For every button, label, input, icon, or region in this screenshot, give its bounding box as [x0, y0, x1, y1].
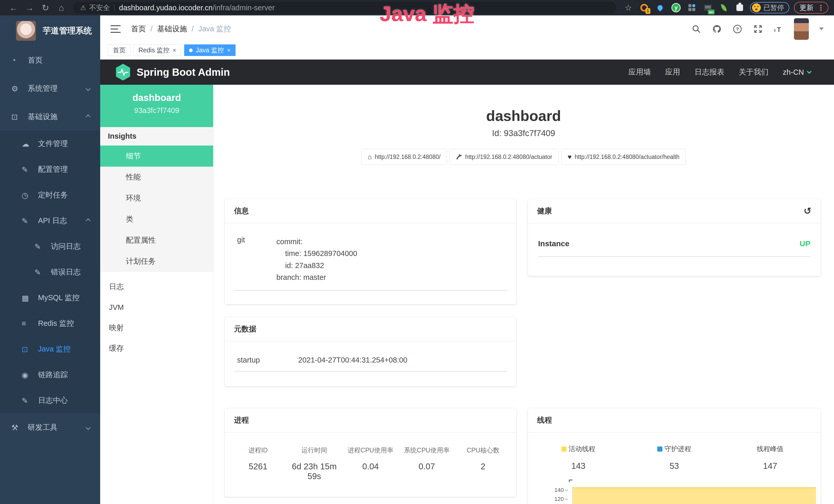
breadcrumb: 首页 / 基础设施 / Java 监控	[131, 24, 231, 34]
security-label[interactable]: 不安全	[89, 3, 110, 12]
sba-locale-select[interactable]: zh-CN	[783, 68, 811, 76]
instance-nav-scheduled-tasks[interactable]: 计划任务	[100, 251, 213, 272]
extension-grid-icon[interactable]	[686, 2, 698, 13]
svg-text:T: T	[777, 25, 781, 33]
instance-nav-metrics[interactable]: 性能	[100, 167, 213, 188]
font-size-icon[interactable]: tT	[773, 24, 784, 34]
update-button[interactable]: 更新 ⋮	[794, 2, 828, 14]
health-url-link[interactable]: ♥ http://192.168.0.2:48080/actuator/heal…	[561, 149, 686, 165]
user-avatar[interactable]	[794, 18, 809, 40]
instance-name: dashboard	[100, 92, 213, 103]
sidebar-item-log-center[interactable]: ✎ 日志中心	[0, 388, 100, 413]
instance-nav-config-props[interactable]: 配置属性	[100, 230, 213, 251]
sba-links: 应用墙 应用 日志报表 关于我们 zh-CN	[629, 67, 811, 77]
sba-link-wallboard[interactable]: 应用墙	[629, 67, 651, 77]
sidebar-item-dev-tools[interactable]: ⚒ 研发工具	[0, 413, 100, 442]
instance-nav-env[interactable]: 环境	[100, 188, 213, 209]
sidebar-item-scheduled-task[interactable]: ◷ 定时任务	[0, 182, 100, 208]
help-icon[interactable]: ?	[732, 24, 743, 34]
extension-y-icon[interactable]: y	[671, 2, 682, 13]
extension-puzzle-icon[interactable]	[734, 2, 745, 13]
sidebar-item-api-log[interactable]: ✎ API 日志	[0, 208, 100, 234]
sba-link-applications[interactable]: 应用	[665, 67, 680, 77]
instance-nav-jvm[interactable]: JVM	[100, 297, 213, 318]
browser-chrome: ← → ↻ ⌂ ⚠ 不安全 dashboard.yudao.iocoder.cn…	[0, 0, 834, 16]
health-history-icon[interactable]: ↺	[804, 206, 811, 216]
sba-navbar: Spring Boot Admin 应用墙 应用 日志报表 关于我们 zh-CN	[100, 60, 834, 85]
health-instance-row[interactable]: Instance UP	[538, 239, 810, 257]
extension-leaf-icon[interactable]	[718, 2, 729, 13]
breadcrumb-home[interactable]: 首页	[131, 24, 146, 34]
sba-link-journal[interactable]: 日志报表	[695, 67, 724, 77]
error-log-icon: ✎	[35, 268, 51, 277]
breadcrumb-infrastructure[interactable]: 基础设施	[157, 24, 187, 34]
extension-orange-icon[interactable]: 1	[639, 2, 650, 13]
browser-menu-icon[interactable]: ⋮	[817, 3, 825, 12]
bookmark-star-icon[interactable]: ☆	[622, 2, 634, 13]
breadcrumb-current: Java 监控	[198, 24, 231, 34]
dev-tools-icon: ⚒	[11, 423, 28, 432]
extension-pin-icon[interactable]	[655, 2, 666, 13]
url-bar[interactable]: ⚠ 不安全 dashboard.yudao.iocoder.cn /infra/…	[73, 2, 616, 14]
chevron-down-icon	[86, 425, 91, 430]
health-instance-label: Instance	[538, 239, 569, 248]
app-logo	[16, 21, 36, 41]
sidebar-item-java-monitor[interactable]: ⊡ Java 监控	[0, 336, 100, 362]
instance-title-block: dashboard Id: 93a3fc7f7409	[213, 107, 834, 138]
active-dot	[189, 48, 193, 52]
instance-sidebar: dashboard 93a3fc7f7409 Insights 细节 性能 环境…	[100, 85, 213, 504]
collapse-sidebar-icon[interactable]	[110, 25, 121, 33]
tab-home[interactable]: 首页	[108, 44, 130, 56]
app-title: 芋道管理系统	[43, 25, 92, 37]
instance-nav-classes[interactable]: 类	[100, 209, 213, 230]
close-icon[interactable]: ×	[227, 47, 231, 54]
sidebar-item-redis-monitor[interactable]: ≡ Redis 监控	[0, 311, 100, 336]
sidebar-item-infrastructure[interactable]: ⊡ 基础设施	[0, 103, 100, 131]
sidebar-item-config-manage[interactable]: ✎ 配置管理	[0, 157, 100, 182]
extension-on-icon[interactable]: on	[702, 2, 714, 13]
info-key: git	[234, 236, 277, 283]
instance-nav-logs[interactable]: 日志	[100, 276, 213, 297]
access-log-icon: ✎	[35, 242, 51, 251]
gear-icon: ⚙	[11, 84, 28, 93]
sidebar-item-trace[interactable]: ◉ 链路追踪	[0, 362, 100, 388]
sidebar-item-mysql-monitor[interactable]: ▦ MySQL 监控	[0, 285, 100, 311]
tab-redis-monitor[interactable]: Redis 监控 ×	[134, 44, 181, 56]
back-icon[interactable]: ←	[6, 3, 22, 13]
browser-extensions-area: ☆ 1 y on 已暂停 更新 ⋮	[622, 2, 828, 14]
live-threads-area-series	[572, 487, 816, 504]
paused-badge[interactable]: 已暂停	[750, 2, 789, 13]
sba-link-about[interactable]: 关于我们	[739, 67, 768, 77]
instance-nav-mappings[interactable]: 映射	[100, 318, 213, 338]
fullscreen-icon[interactable]	[753, 24, 763, 34]
app-logo-row[interactable]: 芋道管理系统	[0, 16, 100, 46]
sidebar-item-access-log[interactable]: ✎ 访问日志	[0, 234, 100, 259]
home-icon[interactable]: ⌂	[53, 3, 69, 13]
reload-icon[interactable]: ↻	[38, 3, 53, 13]
forward-icon[interactable]: →	[22, 3, 38, 13]
actuator-url-link[interactable]: http://192.168.0.2:48080/actuator	[449, 149, 559, 165]
tab-java-monitor[interactable]: Java 监控 ×	[184, 44, 236, 56]
sba-brand[interactable]: Spring Boot Admin	[115, 63, 230, 81]
instance-header[interactable]: dashboard 93a3fc7f7409	[100, 85, 213, 127]
info-card-title: 信息	[234, 206, 249, 216]
paused-label: 已暂停	[763, 3, 784, 12]
sidebar-item-system-manage[interactable]: ⚙ 系统管理	[0, 74, 100, 103]
threads-card-title: 线程	[537, 415, 552, 426]
process-stat-system-cpu: 系统CPU使用率 0.07	[399, 446, 455, 481]
metadata-card: 元数据 startup 2021-04-27T00:44:31.254+08:0…	[225, 317, 516, 386]
sidebar-item-file-manage[interactable]: ☁ 文件管理	[0, 131, 100, 157]
user-menu-caret-icon[interactable]	[819, 27, 824, 30]
service-url-link[interactable]: ⌂ http://192.168.0.2:48080/	[361, 149, 447, 165]
y-tick-120: 120	[528, 496, 564, 502]
legend-daemon-threads: 守护进程 53	[626, 444, 722, 471]
instance-nav-details[interactable]: 细节	[100, 145, 213, 167]
sidebar-item-home[interactable]: ◔ 首页	[0, 46, 100, 74]
close-icon[interactable]: ×	[173, 47, 176, 54]
insights-group: Insights 细节 性能 环境 类 配置属性 计划任务	[100, 127, 213, 272]
github-icon[interactable]	[712, 24, 722, 34]
instance-nav-caches[interactable]: 缓存	[100, 338, 213, 359]
search-icon[interactable]	[691, 24, 701, 34]
sidebar-item-error-log[interactable]: ✎ 错误日志	[0, 259, 100, 285]
heart-icon: ♥	[568, 153, 571, 161]
